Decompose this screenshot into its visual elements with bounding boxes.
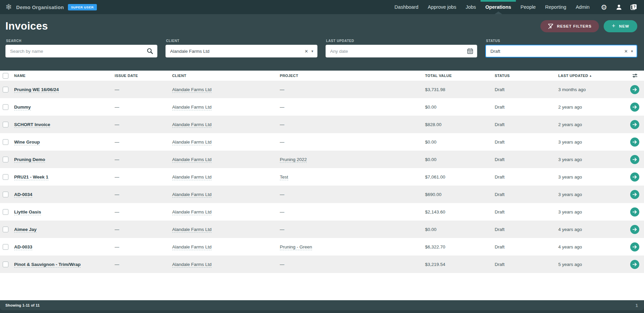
invoice-name-link[interactable]: SCHORT Invoice bbox=[14, 122, 50, 128]
client-link[interactable]: Alandale Farms Ltd bbox=[172, 209, 212, 215]
open-invoice-button[interactable] bbox=[630, 103, 639, 112]
page-number[interactable]: 1 bbox=[636, 303, 638, 308]
column-header-name[interactable]: NAME bbox=[14, 74, 115, 78]
client-link[interactable]: Alandale Farms Ltd bbox=[172, 262, 212, 268]
column-header-client[interactable]: CLIENT bbox=[172, 74, 280, 78]
invoice-name-link[interactable]: Aimee Jay bbox=[14, 227, 37, 233]
nav-item-reporting[interactable]: Reporting bbox=[540, 0, 571, 14]
nav-item-jobs[interactable]: Jobs bbox=[461, 0, 481, 14]
table-row: SCHORT Invoice — Alandale Farms Ltd — $8… bbox=[0, 116, 644, 133]
open-invoice-button[interactable] bbox=[630, 190, 639, 199]
open-invoice-button[interactable] bbox=[630, 242, 639, 251]
filter-bar: SEARCH CLIENT × ▾ LAST UPDAT bbox=[5, 39, 637, 57]
open-invoice-button[interactable] bbox=[630, 260, 639, 269]
open-invoice-button[interactable] bbox=[630, 138, 639, 147]
row-checkbox[interactable] bbox=[3, 174, 8, 180]
issue-date-cell: — bbox=[115, 157, 172, 162]
user-profile-icon[interactable] bbox=[613, 1, 624, 13]
open-invoice-button[interactable] bbox=[630, 225, 639, 234]
search-input[interactable] bbox=[9, 48, 144, 54]
client-link[interactable]: Alandale Farms Ltd bbox=[172, 227, 212, 233]
pagination-bar: Showing 1-11 of 11 1 bbox=[0, 300, 644, 310]
row-checkbox[interactable] bbox=[3, 244, 8, 250]
settings-gear-icon[interactable]: ⚙ bbox=[598, 1, 610, 13]
invoice-name-link[interactable]: Liyttle Oasis bbox=[14, 209, 41, 215]
client-link[interactable]: Alandale Farms Ltd bbox=[172, 174, 212, 180]
brand-area: ❄ Demo Organisation SUPER USER bbox=[5, 0, 97, 14]
nav-item-admin[interactable]: Admin bbox=[571, 0, 594, 14]
project-link[interactable]: Pruning - Green bbox=[280, 244, 312, 250]
last-updated-date-input[interactable] bbox=[330, 48, 465, 54]
table-row: Aimee Jay — Alandale Farms Ltd — $0.00 D… bbox=[0, 221, 644, 238]
client-link[interactable]: Alandale Farms Ltd bbox=[172, 192, 212, 198]
issue-date-cell: — bbox=[115, 209, 172, 214]
row-checkbox[interactable] bbox=[3, 157, 8, 162]
last-updated-cell: 3 months ago bbox=[558, 87, 626, 92]
invoice-name-link[interactable]: Pruning Demo bbox=[14, 157, 45, 163]
client-clear-icon[interactable]: × bbox=[305, 48, 308, 54]
row-checkbox[interactable] bbox=[3, 192, 8, 197]
client-caret-down-icon[interactable]: ▾ bbox=[311, 49, 313, 53]
invoice-name-link[interactable]: Dummy bbox=[14, 105, 31, 110]
row-checkbox[interactable] bbox=[3, 209, 8, 215]
nav-item-approve-jobs[interactable]: Approve jobs bbox=[423, 0, 461, 14]
invoice-name-link[interactable]: AD-0034 bbox=[14, 192, 32, 198]
open-invoice-button[interactable] bbox=[630, 207, 639, 217]
row-checkbox[interactable] bbox=[3, 262, 8, 267]
status-cell: Draft bbox=[495, 122, 558, 127]
help-docs-icon[interactable]: ? bbox=[628, 1, 639, 13]
column-header-status[interactable]: STATUS bbox=[495, 74, 558, 78]
column-header-issue-date[interactable]: ISSUE DATE bbox=[115, 74, 172, 78]
reset-filters-button[interactable]: RESET FILTERS bbox=[540, 20, 599, 32]
client-link[interactable]: Alandale Farms Ltd bbox=[172, 140, 212, 145]
table-row: Pinot & Sauvignon - Trim/Wrap — Alandale… bbox=[0, 256, 644, 273]
invoice-name-link[interactable]: Pruning WE 16/06/24 bbox=[14, 87, 59, 93]
arrow-right-icon bbox=[630, 260, 639, 269]
row-checkbox[interactable] bbox=[3, 104, 8, 110]
status-caret-down-icon[interactable]: ▾ bbox=[631, 49, 633, 53]
client-link[interactable]: Alandale Farms Ltd bbox=[172, 87, 212, 93]
table-row: AD-0033 — Alandale Farms Ltd Pruning - G… bbox=[0, 238, 644, 256]
open-invoice-button[interactable] bbox=[630, 172, 639, 182]
open-invoice-button[interactable] bbox=[630, 85, 639, 94]
column-header-last-updated[interactable]: LAST UPDATED ▲ bbox=[558, 74, 626, 78]
table-body: Pruning WE 16/06/24 — Alandale Farms Ltd… bbox=[0, 81, 644, 273]
column-header-total-value[interactable]: TOTAL VALUE bbox=[425, 74, 495, 78]
project-link[interactable]: Test bbox=[280, 174, 288, 180]
arrow-right-icon bbox=[630, 155, 639, 164]
status-cell: Draft bbox=[495, 105, 558, 110]
nav-item-people[interactable]: People bbox=[516, 0, 540, 14]
status-cell: Draft bbox=[495, 244, 558, 249]
open-invoice-button[interactable] bbox=[630, 120, 639, 129]
client-link[interactable]: Alandale Farms Ltd bbox=[172, 244, 212, 250]
arrow-right-icon bbox=[630, 120, 639, 129]
status-select-input[interactable] bbox=[490, 48, 621, 54]
client-link[interactable]: Alandale Farms Ltd bbox=[172, 122, 212, 128]
last-updated-cell: 3 years ago bbox=[558, 174, 626, 180]
calendar-icon[interactable] bbox=[467, 48, 473, 54]
nav-item-dashboard[interactable]: Dashboard bbox=[390, 0, 423, 14]
nav-item-operations[interactable]: Operations bbox=[481, 0, 516, 14]
status-clear-icon[interactable]: × bbox=[624, 48, 628, 54]
select-all-checkbox[interactable] bbox=[3, 73, 8, 79]
row-checkbox[interactable] bbox=[3, 139, 8, 145]
invoice-name-link[interactable]: AD-0033 bbox=[14, 244, 32, 250]
project-link: — bbox=[280, 227, 285, 232]
invoice-name-link[interactable]: PRU21 - Week 1 bbox=[14, 174, 48, 180]
new-invoice-button[interactable]: + NEW bbox=[604, 20, 637, 32]
column-settings-sliders-icon[interactable] bbox=[626, 73, 644, 79]
open-invoice-button[interactable] bbox=[630, 155, 639, 164]
client-link[interactable]: Alandale Farms Ltd bbox=[172, 105, 212, 110]
total-value-cell: $3,731.98 bbox=[425, 87, 495, 92]
row-checkbox[interactable] bbox=[3, 227, 8, 232]
invoice-name-link[interactable]: Wine Group bbox=[14, 140, 40, 145]
project-link[interactable]: Pruning 2022 bbox=[280, 157, 307, 163]
column-header-project[interactable]: PROJECT bbox=[280, 74, 425, 78]
status-cell: Draft bbox=[495, 209, 558, 214]
row-checkbox[interactable] bbox=[3, 122, 8, 127]
client-select-input[interactable] bbox=[169, 48, 302, 54]
client-link[interactable]: Alandale Farms Ltd bbox=[172, 157, 212, 163]
row-checkbox[interactable] bbox=[3, 87, 8, 92]
invoice-name-link[interactable]: Pinot & Sauvignon - Trim/Wrap bbox=[14, 262, 81, 268]
issue-date-cell: — bbox=[115, 192, 172, 197]
